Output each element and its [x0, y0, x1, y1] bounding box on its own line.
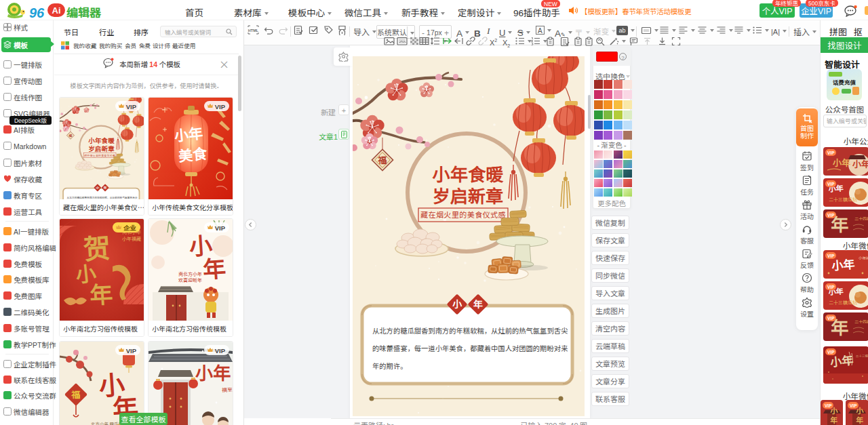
svg-text:年: 年	[201, 250, 226, 285]
svg-text:福: 福	[71, 388, 80, 401]
svg-text:福至: 福至	[222, 386, 233, 393]
svg-text:年: 年	[856, 414, 864, 425]
svg-text:年: 年	[830, 414, 838, 425]
svg-text:HTML: HTML	[248, 28, 259, 33]
svg-text:年: 年	[89, 276, 114, 310]
svg-text:二十三糖瓜粘: 二十三糖瓜粘	[829, 196, 857, 203]
svg-text:欢喜迎新年: 欢喜迎新年	[178, 277, 202, 283]
svg-text:小年: 小年	[832, 156, 850, 169]
svg-text:小年福藏: 小年福藏	[122, 235, 141, 242]
svg-text:二十四扫房日: 二十四扫房日	[854, 216, 868, 222]
svg-text:北方小年 糖瓜粘: 北方小年 糖瓜粘	[91, 420, 123, 425]
svg-text:小年: 小年	[852, 157, 868, 170]
svg-text:小年纳福: 小年纳福	[859, 256, 868, 261]
svg-text:二十四扫房日: 二十四扫房日	[854, 319, 868, 325]
svg-text:美食: 美食	[177, 142, 209, 165]
svg-text:小年: 小年	[195, 359, 231, 384]
svg-text:二十三糖瓜粘: 二十三糖瓜粘	[829, 299, 857, 306]
svg-text:二十三糖瓜粘: 二十三糖瓜粘	[856, 354, 868, 358]
svg-text:小年: 小年	[174, 122, 204, 145]
